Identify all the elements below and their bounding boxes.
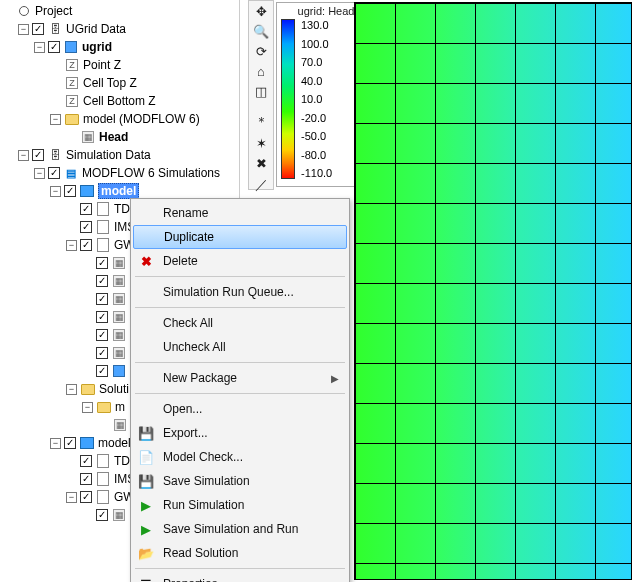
node-label: Simulation Data — [66, 148, 151, 162]
legend-ticks: 130.0 100.0 70.0 40.0 10.0 -20.0 -50.0 -… — [301, 19, 332, 179]
menu-item-delete[interactable]: ✖Delete — [133, 249, 347, 273]
grid-icon: ▦ — [112, 417, 128, 433]
collapse-icon[interactable]: − — [18, 24, 29, 35]
menu-item-check-all[interactable]: Check All — [133, 311, 347, 335]
collapse-icon[interactable]: − — [50, 438, 61, 449]
collapse-icon[interactable]: − — [34, 168, 45, 179]
checkbox-icon[interactable]: ✓ — [32, 23, 44, 35]
menu-item-new-package[interactable]: New Package▶ — [133, 366, 347, 390]
context-menu[interactable]: RenameDuplicate✖DeleteSimulation Run Que… — [130, 198, 350, 582]
checkbox-icon[interactable]: ✓ — [48, 41, 60, 53]
menu-separator — [135, 568, 345, 569]
collapse-icon[interactable]: − — [82, 402, 93, 413]
tool-select[interactable]: ◫ — [251, 83, 271, 100]
tool-home[interactable]: ⌂ — [251, 63, 271, 80]
circle-icon — [16, 3, 32, 19]
menu-item-model-check[interactable]: 📄Model Check... — [133, 445, 347, 469]
tool-zoom[interactable]: 🔍 — [251, 23, 271, 40]
menu-separator — [135, 307, 345, 308]
color-grid — [355, 3, 631, 579]
tree-simdata[interactable]: − ✓ 🗄 Simulation Data — [18, 146, 239, 164]
checkbox-icon[interactable]: ✓ — [48, 167, 60, 179]
folder-icon — [64, 111, 80, 127]
tree-root[interactable]: Project — [2, 2, 239, 20]
node-label: model — [98, 183, 139, 199]
tool-point[interactable]: ＊ — [251, 112, 271, 132]
tree-ugrid[interactable]: − ✓ ugrid — [34, 38, 239, 56]
database-icon: 🗄 — [47, 147, 63, 163]
node-label: Point Z — [83, 58, 121, 72]
checkbox-icon[interactable]: ✓ — [96, 347, 108, 359]
checkbox-icon[interactable]: ✓ — [80, 455, 92, 467]
legend-tick: 70.0 — [301, 56, 332, 68]
delete-icon: ✖ — [137, 252, 155, 270]
tool-x[interactable]: ✖ — [251, 155, 271, 172]
tool-toolbar: ✥ 🔍 ⟳ ⌂ ◫ ＊ ✶ ✖ ／ — [248, 0, 274, 190]
checkbox-icon[interactable]: ✓ — [80, 203, 92, 215]
collapse-icon[interactable]: − — [34, 42, 45, 53]
menu-item-save-simulation-and-run[interactable]: ▶Save Simulation and Run — [133, 517, 347, 541]
node-label: UGrid Data — [66, 22, 126, 36]
collapse-icon[interactable]: − — [18, 150, 29, 161]
collapse-icon[interactable]: − — [50, 114, 61, 125]
checkbox-icon[interactable]: ✓ — [80, 221, 92, 233]
submenu-arrow-icon: ▶ — [331, 373, 339, 384]
checkbox-icon[interactable]: ✓ — [80, 473, 92, 485]
menu-item-uncheck-all[interactable]: Uncheck All — [133, 335, 347, 359]
menu-item-label: Save Simulation and Run — [163, 522, 298, 536]
checkbox-icon[interactable]: ✓ — [96, 257, 108, 269]
checkbox-icon[interactable]: ✓ — [64, 437, 76, 449]
menu-item-export[interactable]: 💾Export... — [133, 421, 347, 445]
node-label: Cell Top Z — [83, 76, 137, 90]
checkbox-icon[interactable]: ✓ — [96, 275, 108, 287]
menu-item-run-simulation[interactable]: ▶Run Simulation — [133, 493, 347, 517]
doc-icon — [95, 219, 111, 235]
menu-item-simulation-run-queue[interactable]: Simulation Run Queue... — [133, 280, 347, 304]
tool-rotate[interactable]: ⟳ — [251, 43, 271, 60]
menu-item-rename[interactable]: Rename — [133, 201, 347, 225]
tree-pointz[interactable]: ZPoint Z — [50, 56, 239, 74]
menu-item-label: Model Check... — [163, 450, 243, 464]
menu-item-open[interactable]: Open... — [133, 397, 347, 421]
checkbox-icon[interactable]: ✓ — [96, 509, 108, 521]
tree-cellbottomz[interactable]: ZCell Bottom Z — [50, 92, 239, 110]
legend-tick: -110.0 — [301, 167, 332, 179]
checkbox-icon[interactable]: ✓ — [96, 329, 108, 341]
menu-item-read-solution[interactable]: 📂Read Solution — [133, 541, 347, 565]
collapse-icon[interactable]: − — [66, 492, 77, 503]
cube-icon — [111, 363, 127, 379]
node-label: Head — [99, 130, 128, 144]
checkbox-icon[interactable]: ✓ — [80, 239, 92, 251]
node-label: ugrid — [82, 40, 112, 54]
legend-tick: 130.0 — [301, 19, 332, 31]
tool-snap[interactable]: ✶ — [251, 135, 271, 152]
menu-item-label: Uncheck All — [163, 340, 226, 354]
cube-icon — [63, 39, 79, 55]
tool-cursor[interactable]: ✥ — [251, 3, 271, 20]
checkbox-icon[interactable]: ✓ — [32, 149, 44, 161]
tree-model-mf6[interactable]: − model (MODFLOW 6) — [50, 110, 239, 128]
tree-ugrid-data[interactable]: − ✓ 🗄 UGrid Data — [18, 20, 239, 38]
collapse-icon[interactable]: − — [50, 186, 61, 197]
checkbox-icon[interactable]: ✓ — [64, 185, 76, 197]
map-viewport[interactable] — [354, 2, 632, 580]
menu-item-save-simulation[interactable]: 💾Save Simulation — [133, 469, 347, 493]
tree-mf6sims[interactable]: − ✓ ▤ MODFLOW 6 Simulations — [34, 164, 239, 182]
colorbar — [281, 19, 295, 179]
checkbox-icon[interactable]: ✓ — [80, 491, 92, 503]
checkbox-icon[interactable]: ✓ — [96, 365, 108, 377]
menu-item-duplicate[interactable]: Duplicate — [133, 225, 347, 249]
menu-item-label: Save Simulation — [163, 474, 250, 488]
checkbox-icon[interactable]: ✓ — [96, 293, 108, 305]
checkbox-icon[interactable]: ✓ — [96, 311, 108, 323]
collapse-icon[interactable]: − — [66, 384, 77, 395]
menu-item-properties[interactable]: ☰Properties... — [133, 572, 347, 582]
save-icon: 💾 — [137, 424, 155, 442]
tree-head[interactable]: ▦Head — [66, 128, 239, 146]
grid-icon: ▦ — [111, 255, 127, 271]
tool-brush[interactable]: ／ — [251, 175, 271, 195]
grid-icon: ▦ — [111, 345, 127, 361]
tree-celltopz[interactable]: ZCell Top Z — [50, 74, 239, 92]
model-icon — [79, 183, 95, 199]
collapse-icon[interactable]: − — [66, 240, 77, 251]
